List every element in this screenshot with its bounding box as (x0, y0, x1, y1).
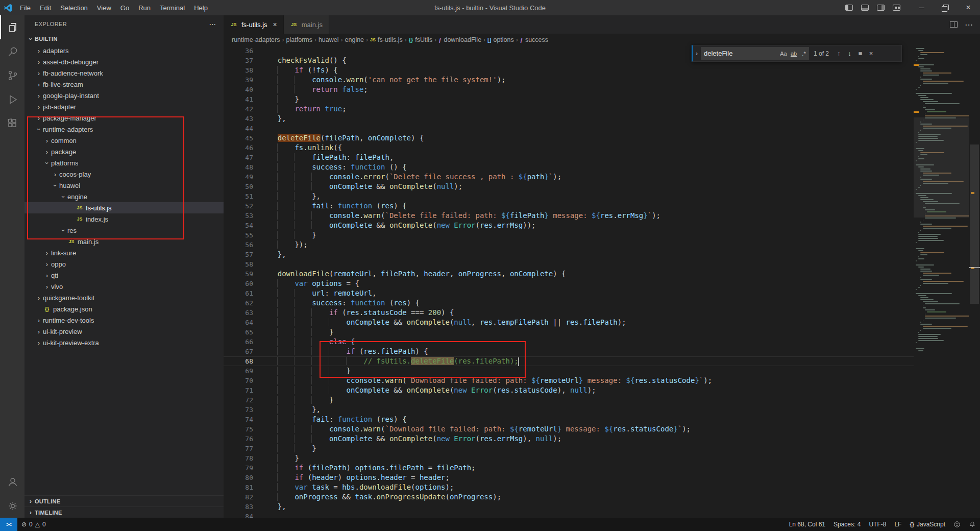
code-line-52[interactable]: 52 fail: function (res) { (224, 201, 980, 211)
code-line-44[interactable]: 44 (224, 124, 980, 133)
code-line-83[interactable]: 83 }, (224, 502, 980, 512)
toggle-panel-icon[interactable] (861, 5, 869, 11)
toggle-secondary-sidebar-icon[interactable] (877, 5, 885, 11)
tree-item-huawei[interactable]: ›huawei (24, 180, 224, 191)
tree-item-link-sure[interactable]: ›link-sure (24, 247, 224, 258)
breadcrumb-item-downloadFile[interactable]: ƒdownloadFile (438, 36, 481, 43)
tree-item-fb-audience-network[interactable]: ›fb-audience-network (24, 67, 224, 79)
problems-status[interactable]: ⊘0 △0 (17, 518, 50, 531)
tree-item-cocos-play[interactable]: ›cocos-play (24, 168, 224, 180)
menu-go[interactable]: Go (116, 0, 134, 15)
code-line-48[interactable]: 48 success: function () { (224, 162, 980, 172)
menu-run[interactable]: Run (134, 0, 155, 15)
tab-fs-utils.js[interactable]: JSfs-utils.js× (224, 15, 284, 34)
breadcrumb-item-runtime-adapters[interactable]: runtime-adapters (232, 36, 280, 43)
code-line-66[interactable]: 66 else { (224, 337, 980, 347)
code-line-40[interactable]: 40 return false; (224, 85, 980, 94)
tree-item-index.js[interactable]: JSindex.js (24, 213, 224, 225)
tree-item-platforms[interactable]: ›platforms (24, 157, 224, 168)
code-line-69[interactable]: 69 } (224, 366, 980, 376)
close-tab-icon[interactable]: × (273, 20, 277, 29)
vertical-scrollbar-thumb[interactable] (970, 144, 979, 304)
menu-selection[interactable]: Selection (56, 0, 92, 15)
menu-view[interactable]: View (92, 0, 116, 15)
toggle-replace-icon[interactable]: › (693, 45, 701, 61)
code-line-55[interactable]: 55 } (224, 230, 980, 240)
breadcrumb-item-engine[interactable]: engine (345, 36, 364, 43)
code-line-45[interactable]: 45 deleteFile(filePath, onComplete) { (224, 133, 980, 143)
tree-item-engine[interactable]: ›engine (24, 191, 224, 202)
code-line-67[interactable]: 67 if (res.filePath) { (224, 347, 980, 356)
tree-item-package[interactable]: ›package (24, 146, 224, 157)
code-line-70[interactable]: 70 cconsole.warn(`Download file failed: … (224, 376, 980, 385)
tree-item-common[interactable]: ›common (24, 135, 224, 146)
breadcrumb-item-success[interactable]: ƒsuccess (520, 36, 548, 43)
code-line-71[interactable]: 71 onComplete && onComplete(new Error(re… (224, 385, 980, 395)
tree-item-adapters[interactable]: ›adapters (24, 45, 224, 56)
tree-item-qtt[interactable]: ›qtt (24, 270, 224, 281)
code-line-65[interactable]: 65 } (224, 327, 980, 337)
code-line-57[interactable]: 57 }, (224, 250, 980, 259)
previous-match-icon[interactable]: ↑ (834, 48, 844, 59)
code-line-62[interactable]: 62 success: function (res) { (224, 298, 980, 308)
code-line-41[interactable]: 41 } (224, 94, 980, 104)
code-line-60[interactable]: 60 var options = { (224, 279, 980, 288)
tree-item-main.js[interactable]: JSmain.js (24, 236, 224, 247)
more-actions-icon[interactable]: ⋯ (209, 20, 216, 28)
minimap[interactable] (914, 46, 969, 518)
code-line-59[interactable]: 59 downloadFile(remoteUrl, filePath, hea… (224, 269, 980, 279)
restore-button[interactable] (933, 0, 957, 15)
code-line-84[interactable]: 84 (224, 512, 980, 518)
tree-item-package-manager[interactable]: ›package-manager (24, 112, 224, 124)
code-line-74[interactable]: 74 fail: function (res) { (224, 415, 980, 424)
code-line-58[interactable]: 58 (224, 259, 980, 269)
indentation-status[interactable]: Spaces: 4 (829, 518, 865, 531)
breadcrumb-item-huawei[interactable]: huawei (318, 36, 339, 43)
section-timeline[interactable]: ›TIMELINE (24, 506, 224, 518)
tree-item-oppo[interactable]: ›oppo (24, 258, 224, 270)
regex-icon[interactable]: .* (799, 49, 809, 59)
section-outline[interactable]: ›OUTLINE (24, 495, 224, 506)
split-editor-icon[interactable] (950, 21, 958, 28)
eol-status[interactable]: LF (890, 518, 905, 531)
tree-item-vivo[interactable]: ›vivo (24, 281, 224, 292)
overview-ruler[interactable] (969, 34, 980, 518)
close-find-icon[interactable]: × (866, 48, 876, 59)
code-line-68[interactable]: 68 // fsUtils.deleteFile(res.filePath); (224, 356, 980, 366)
activitybar-search[interactable] (0, 39, 24, 63)
match-case-icon[interactable]: Aa (778, 49, 789, 59)
tab-main.js[interactable]: JSmain.js (284, 15, 329, 34)
code-line-77[interactable]: 77 } (224, 444, 980, 453)
section-builtin[interactable]: › BUILTIN (24, 33, 224, 45)
tree-item-ui-kit-preview[interactable]: ›ui-kit-preview (24, 326, 224, 337)
code-line-81[interactable]: 81 var task = hbs.downloadFile(options); (224, 482, 980, 492)
cursor-position-status[interactable]: Ln 68, Col 61 (785, 518, 829, 531)
menu-edit[interactable]: Edit (35, 0, 56, 15)
code-line-80[interactable]: 80 if (header) options.header = header; (224, 473, 980, 482)
tree-item-google-play-instant[interactable]: ›google-play-instant (24, 90, 224, 101)
minimize-button[interactable] (910, 0, 933, 15)
code-line-43[interactable]: 43 }, (224, 114, 980, 124)
breadcrumb-item-fs-utils.js[interactable]: JSfs-utils.js (370, 36, 403, 43)
tree-item-runtime-dev-tools[interactable]: ›runtime-dev-tools (24, 315, 224, 326)
feedback-smiley-icon[interactable] (949, 518, 965, 531)
code-line-53[interactable]: 53 console.warn(`Delete file failed: pat… (224, 211, 980, 221)
tree-item-quickgame-toolkit[interactable]: ›quickgame-toolkit (24, 292, 224, 303)
editor-more-actions-icon[interactable]: ⋯ (965, 20, 973, 30)
code-line-38[interactable]: 38 if (!fs) { (224, 65, 980, 75)
toggle-sidebar-icon[interactable] (845, 5, 853, 11)
code-line-79[interactable]: 79 if (filePath) options.filePath = file… (224, 463, 980, 473)
code-line-78[interactable]: 78 } (224, 453, 980, 463)
find-in-selection-icon[interactable]: ≡ (855, 48, 866, 59)
whole-word-icon[interactable]: ab (789, 49, 799, 59)
code-line-72[interactable]: 72 } (224, 395, 980, 405)
code-line-46[interactable]: 46 fs.unlink({ (224, 143, 980, 153)
find-input[interactable] (704, 50, 778, 57)
activitybar-settings[interactable] (0, 494, 24, 518)
code-line-54[interactable]: 54 onComplete && onComplete(new Error(re… (224, 221, 980, 230)
minimap-slider[interactable] (914, 117, 969, 218)
breadcrumb-item-options[interactable]: []options (487, 36, 514, 43)
code-line-64[interactable]: 64 onComplete && onComplete(null, res.te… (224, 318, 980, 327)
code-line-61[interactable]: 61 url: remoteUrl, (224, 288, 980, 298)
remote-indicator[interactable]: >< (0, 518, 17, 531)
